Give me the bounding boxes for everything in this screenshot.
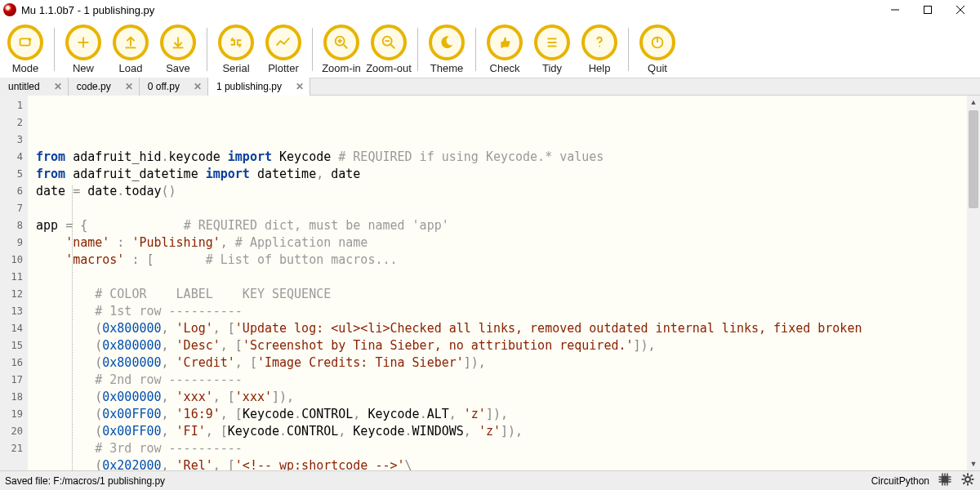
help-icon xyxy=(581,24,617,60)
vertical-scrollbar[interactable]: ▲ ▼ xyxy=(967,96,980,470)
close-icon[interactable]: ✕ xyxy=(293,80,306,93)
line-number: 2 xyxy=(0,114,28,131)
svg-line-45 xyxy=(963,474,964,476)
code-line: from adafruit_hid.keycode import Keycode… xyxy=(36,149,967,166)
svg-line-19 xyxy=(391,45,395,49)
load-button[interactable]: Load xyxy=(107,23,154,76)
status-message: Saved file: F:/macros/1 publishing.py xyxy=(5,475,871,487)
minimize-button[interactable] xyxy=(879,0,911,20)
toolbar-button-label: Zoom-out xyxy=(366,62,412,74)
serial-button[interactable]: Serial xyxy=(212,23,260,76)
check-button[interactable]: Check xyxy=(481,23,528,76)
scroll-up-icon[interactable]: ▲ xyxy=(967,96,980,109)
scroll-thumb[interactable] xyxy=(969,110,978,208)
moon-icon xyxy=(429,24,465,60)
quit-button[interactable]: Quit xyxy=(634,23,681,76)
toolbar-button-label: Quit xyxy=(648,62,667,74)
load-icon xyxy=(113,24,149,60)
close-icon[interactable]: ✕ xyxy=(122,80,136,93)
zoom-in-icon xyxy=(323,24,359,60)
code-line: (0x800000, 'Log', ['Update log: <ul><li>… xyxy=(36,320,967,337)
toolbar-group: Zoom-inZoom-out xyxy=(318,23,412,76)
toolbar-separator xyxy=(312,28,313,71)
power-icon xyxy=(639,24,675,60)
toolbar-button-label: Serial xyxy=(222,62,249,74)
toolbar-button-label: Check xyxy=(490,62,520,74)
zoom-out-button[interactable]: Zoom-out xyxy=(365,23,412,76)
maximize-button[interactable] xyxy=(911,0,944,20)
code-line: 'macros' : [ # List of button macros... xyxy=(36,252,967,269)
toolbar-separator xyxy=(475,28,476,71)
tab-code-py[interactable]: code.py✕ xyxy=(69,78,140,96)
toolbar-separator xyxy=(207,28,207,71)
tab-untitled[interactable]: untitled✕ xyxy=(0,78,69,96)
tab-label: 0 off.py xyxy=(148,81,180,92)
save-button[interactable]: Save xyxy=(154,23,202,76)
tidy-button[interactable]: Tidy xyxy=(528,23,576,76)
code-line: (0x202000, 'Rel', ['<!-- wp:shortcode --… xyxy=(36,457,967,470)
toolbar-separator xyxy=(54,28,55,71)
theme-button[interactable]: Theme xyxy=(423,23,470,76)
toolbar-button-label: Load xyxy=(119,62,143,74)
code-area[interactable]: from adafruit_hid.keycode import Keycode… xyxy=(28,96,967,470)
svg-line-12 xyxy=(232,38,234,40)
tab-label: 1 publishing.py xyxy=(216,81,282,92)
line-number: 1 xyxy=(0,97,28,114)
toolbar-group: CheckTidyHelp xyxy=(481,23,623,76)
line-number: 17 xyxy=(0,372,28,389)
line-number: 8 xyxy=(0,217,28,234)
plotter-button[interactable]: Plotter xyxy=(260,23,307,76)
code-line: # COLOR LABEL KEY SEQUENCE xyxy=(36,286,967,303)
code-line: app = { # REQUIRED dict, must be named '… xyxy=(36,217,967,234)
tab-1-publishing-py[interactable]: 1 publishing.py✕ xyxy=(208,78,310,96)
zoom-in-button[interactable]: Zoom-in xyxy=(318,23,365,76)
line-number: 6 xyxy=(0,183,28,200)
toolbar-group: Theme xyxy=(423,23,470,76)
svg-rect-1 xyxy=(924,7,932,14)
close-icon[interactable]: ✕ xyxy=(191,80,204,93)
line-number: 14 xyxy=(0,320,28,337)
svg-point-24 xyxy=(599,46,600,47)
save-icon xyxy=(160,24,196,60)
tab-0-off-py[interactable]: 0 off.py✕ xyxy=(140,78,208,96)
toolbar-group: Quit xyxy=(634,23,681,76)
mode-icon xyxy=(7,24,43,60)
tab-label: untitled xyxy=(8,81,40,92)
status-bar: Saved file: F:/macros/1 publishing.py Ci… xyxy=(0,470,980,490)
new-button[interactable]: New xyxy=(60,23,107,76)
code-line: # 2nd row ---------- xyxy=(36,372,967,389)
thumb-icon xyxy=(487,24,523,60)
gear-icon[interactable] xyxy=(960,472,975,489)
line-number: 12 xyxy=(0,286,28,303)
editor[interactable]: 123456789101112131415161718192021 from a… xyxy=(0,96,980,470)
help-button[interactable]: Help xyxy=(576,23,623,76)
line-number: 10 xyxy=(0,252,28,269)
toolbar-button-label: Plotter xyxy=(268,62,299,74)
svg-point-40 xyxy=(965,477,970,482)
toolbar-separator xyxy=(417,28,418,71)
close-icon[interactable]: ✕ xyxy=(51,80,65,93)
plotter-icon xyxy=(265,24,301,60)
line-number: 7 xyxy=(0,200,28,217)
svg-line-15 xyxy=(344,45,348,49)
line-number: 13 xyxy=(0,303,28,320)
line-number: 4 xyxy=(0,149,28,166)
app-icon xyxy=(3,3,16,16)
toolbar-button-label: Tidy xyxy=(542,62,562,74)
plus-icon xyxy=(65,24,101,60)
code-line: (0x00FF00, '16:9', [Keycode.CONTROL, Key… xyxy=(36,406,967,423)
mode-button[interactable]: Mode xyxy=(2,23,49,76)
chip-icon[interactable] xyxy=(938,472,952,489)
line-number: 20 xyxy=(0,423,28,440)
code-line: # 1st row ---------- xyxy=(36,303,967,320)
scroll-down-icon[interactable]: ▼ xyxy=(967,457,980,470)
indent-guide xyxy=(72,185,73,470)
close-button[interactable] xyxy=(944,0,977,20)
window-title: Mu 1.1.0b7 - 1 publishing.py xyxy=(21,4,879,16)
toolbar-button-label: Zoom-in xyxy=(322,62,361,74)
tab-label: code.py xyxy=(77,81,111,92)
tab-bar: untitled✕code.py✕0 off.py✕1 publishing.p… xyxy=(0,78,980,96)
toolbar-button-label: Save xyxy=(166,62,190,74)
code-line: (0x00FF00, 'FI', [Keycode.CONTROL, Keyco… xyxy=(36,423,967,440)
toolbar-separator xyxy=(628,28,629,71)
